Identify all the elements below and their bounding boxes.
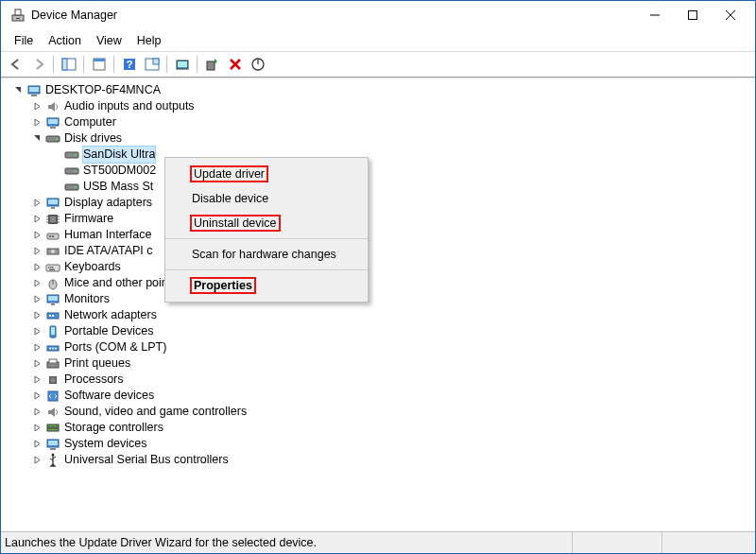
forward-button[interactable] [27,54,49,75]
disk-icon [64,180,79,195]
svg-rect-53 [49,268,55,270]
tree-label: Ports (COM & LPT) [64,339,166,355]
keyboards-icon [45,260,60,275]
tree-label: Firmware [64,211,113,227]
svg-rect-37 [50,216,56,222]
tree-category-sysdev[interactable]: System devices [5,436,755,452]
disable-button[interactable] [247,54,268,75]
sysdev-icon [45,437,60,452]
tree-category-mice[interactable]: Mice and other pointing devices [5,275,755,291]
tree-category-firmware[interactable]: Firmware [5,211,755,227]
tree-category-computer[interactable]: Computer [5,114,755,130]
menu-help[interactable]: Help [129,32,169,49]
tree-category-ide[interactable]: IDE ATA/ATAPI c [5,243,755,259]
display-icon [45,196,60,211]
tree-device-usbmass[interactable]: USB Mass St [5,179,755,195]
svg-rect-50 [48,267,50,268]
tree-label: Display adapters [64,195,152,211]
svg-rect-73 [47,424,59,427]
scan-hardware-button[interactable] [171,54,193,75]
window-title: Device Manager [31,9,636,22]
monitors-icon [45,292,60,307]
svg-rect-17 [207,61,215,70]
svg-rect-21 [31,95,37,96]
close-button[interactable] [712,2,749,28]
menu-file[interactable]: File [7,32,41,49]
action-button[interactable] [141,54,163,75]
ctx-disable-device[interactable]: Disable device [165,186,368,211]
separator [165,269,368,270]
tree-category-sound[interactable]: Sound, video and game controllers [5,404,755,420]
softdev-icon [45,389,60,404]
usb-icon [45,453,60,468]
svg-rect-35 [51,207,55,209]
tree-category-network[interactable]: Network adapters [5,307,755,323]
tree-category-audio[interactable]: Audio inputs and outputs [5,98,755,114]
tree-category-keyboards[interactable]: Keyboards [5,259,755,275]
maximize-button[interactable] [674,2,712,28]
tree-category-usb[interactable]: Universal Serial Bus controllers [5,452,755,468]
tree-label: Sound, video and game controllers [64,404,247,420]
tree-category-display[interactable]: Display adapters [5,195,755,211]
minimize-button[interactable] [636,2,674,28]
status-text: Launches the Update Driver Wizard for th… [5,536,572,549]
printq-icon [45,356,60,372]
tree-root[interactable]: DESKTOP-6F4MNCA [5,82,755,98]
computer-icon [26,83,42,98]
separator [165,238,368,239]
hid-icon [45,228,60,243]
tree-category-disk[interactable]: Disk drives [5,130,755,147]
separator [166,56,167,73]
tree-device-sandisk[interactable]: SanDisk Ultra [5,147,755,163]
tree-category-softdev[interactable]: Software devices [5,388,755,404]
svg-point-48 [51,250,55,253]
tree-category-printq[interactable]: Print queues [5,355,755,372]
separator [197,56,198,73]
disk-icon [45,131,60,147]
ctx-update-driver[interactable]: Update driver [165,162,368,186]
ctx-scan-hardware[interactable]: Scan for hardware changes [165,242,368,267]
storage-icon [45,421,60,436]
svg-rect-10 [94,59,105,61]
tree-label: Audio inputs and outputs [64,98,195,114]
ports-icon [45,340,60,355]
tree-device-st500[interactable]: ST500DM002 [5,163,755,179]
tree-label: IDE ATA/ATAPI c [64,243,153,259]
tree-category-proc[interactable]: Processors [5,372,755,388]
svg-point-28 [75,154,77,156]
help-button[interactable]: ? [118,54,140,75]
tree-label: Processors [64,372,124,388]
audio-icon [45,99,60,114]
svg-rect-58 [51,303,55,305]
tree-label: Storage controllers [64,420,163,436]
svg-rect-57 [48,296,58,301]
svg-rect-45 [49,235,51,237]
tree-label: DESKTOP-6F4MNCA [45,82,161,98]
tree-label: SanDisk Ultra [83,147,155,163]
svg-point-66 [52,347,54,349]
device-tree[interactable]: DESKTOP-6F4MNCAAudio inputs and outputsC… [1,78,755,531]
status-bar: Launches the Update Driver Wizard for th… [1,531,755,553]
tree-category-storage[interactable]: Storage controllers [5,420,755,436]
tree-label: Monitors [64,291,110,307]
svg-rect-20 [29,87,39,92]
menu-view[interactable]: View [89,32,129,49]
tree-category-ports[interactable]: Ports (COM & LPT) [5,339,755,355]
mice-icon [45,276,60,291]
show-hide-tree-button[interactable] [58,54,79,75]
menu-action[interactable]: Action [41,32,89,49]
separator [53,56,54,73]
tree-category-portable[interactable]: Portable Devices [5,323,755,339]
properties-button[interactable] [88,54,110,75]
uninstall-button[interactable] [224,54,246,75]
ctx-properties[interactable]: Properties [165,273,368,298]
tree-label: Print queues [64,355,130,372]
tree-category-monitors[interactable]: Monitors [5,291,755,307]
ctx-uninstall-device[interactable]: Uninstall device [165,211,368,235]
back-button[interactable] [5,54,26,75]
firmware-icon [45,212,60,227]
tree-category-hid[interactable]: Human Interface [5,227,755,243]
update-driver-button[interactable] [201,54,223,75]
tree-label: USB Mass St [83,179,153,195]
svg-rect-23 [48,119,58,124]
